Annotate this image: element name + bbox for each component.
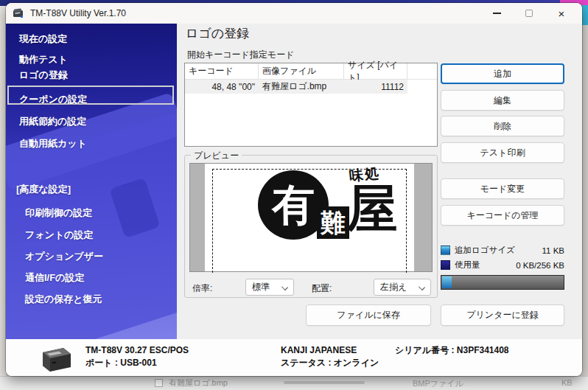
maximize-button[interactable] (513, 3, 545, 24)
background-file-size: KB (561, 378, 573, 387)
column-header-size[interactable]: サイズ [バイト] (344, 63, 407, 79)
sidebar: 現在の設定 動作テスト ロゴの登録 クーポンの設定 用紙節約の設定 自動用紙カッ… (6, 24, 177, 339)
scale-value: 標準 (252, 281, 270, 293)
cell-keycode: 48, 48 "00" (185, 80, 259, 94)
cell-image-file: 有難屋ロゴ.bmp (259, 80, 344, 94)
scale-label: 倍率: (192, 282, 212, 295)
minimize-button[interactable] (480, 3, 513, 24)
usage-value: 0 KB/256 KB (516, 261, 564, 270)
keycode-mode-label: 開始キーコード指定モード (187, 49, 294, 61)
capacity-bar-fill (442, 276, 452, 288)
preview-groupbox: プレビュー 有 難 屋 味処 倍率: 標準 配置: 左揃え (184, 155, 438, 298)
page-title: ロゴの登録 (186, 25, 249, 42)
sidebar-item-current-settings[interactable]: 現在の設定 (19, 32, 67, 46)
background-window-left-sliver (0, 6, 6, 376)
cell-size-bytes: 11112 (344, 80, 407, 94)
table-row[interactable]: 48, 48 "00" 有難屋ロゴ.bmp 11112 (185, 80, 437, 94)
printer-serial: シリアル番号 : N3PF341408 (395, 344, 509, 357)
chevron-down-icon (281, 284, 288, 290)
mode-change-button[interactable]: モード変更 (441, 178, 564, 199)
sidebar-item-auto-paper-cut[interactable]: 自動用紙カット (19, 137, 87, 150)
logo-char-third: 屋 (346, 183, 398, 234)
column-header-keycode[interactable]: キーコード (185, 63, 259, 79)
sidebar-item-save-restore[interactable]: 設定の保存と復元 (25, 293, 102, 306)
titlebar: TM-T88V Utility Ver.1.70 × (6, 3, 582, 24)
edit-button[interactable]: 編集 (441, 90, 564, 111)
sidebar-item-coupon-settings[interactable]: クーポンの設定 (19, 93, 87, 106)
preview-paper: 有 難 屋 味処 (205, 164, 414, 271)
app-window: TM-T88V Utility Ver.1.70 × 現在の設定 動作テスト ロ… (6, 3, 582, 376)
minimize-icon (493, 13, 501, 14)
test-print-button[interactable]: テスト印刷 (441, 142, 564, 163)
logo-table[interactable]: キーコード 画像ファイル サイズ [バイト] 48, 48 "00" 有難屋ロゴ… (184, 63, 438, 147)
background-file-row: 有難屋ロゴ.bmp (155, 377, 228, 389)
sidebar-item-logo-registration[interactable]: ロゴの登録 (19, 69, 68, 82)
background-window-bottom-sliver: 有難屋ロゴ.bmp BMPファイル KB (0, 376, 588, 390)
preview-group-label: プレビュー (191, 150, 242, 162)
scale-select[interactable]: 標準 (245, 279, 294, 296)
window-controls: × (480, 3, 578, 24)
sidebar-item-operation-test[interactable]: 動作テスト (19, 53, 68, 66)
add-button[interactable]: 追加 (441, 63, 564, 84)
maximize-icon (525, 10, 533, 17)
added-logo-size-legend: 追加ロゴサイズ 11 KB (441, 245, 564, 256)
align-value: 左揃え (380, 281, 407, 293)
preview-frame: 有 難 屋 味処 (189, 163, 433, 272)
usage-label: 使用量 (455, 260, 480, 271)
background-date-fragment (284, 381, 365, 384)
align-label: 配置: (312, 282, 332, 295)
printer-model: TM-T88V 30.27 ESC/POS (85, 344, 189, 357)
printer-status: ステータス : オンライン (281, 357, 379, 369)
chevron-down-icon (419, 284, 425, 290)
added-logo-label: 追加ロゴサイズ (455, 245, 515, 256)
align-select[interactable]: 左揃え (374, 279, 431, 296)
close-button[interactable]: × (545, 3, 578, 24)
close-icon: × (559, 8, 565, 19)
logo-corner-text: 味処 (349, 164, 381, 186)
added-logo-color-swatch-icon (441, 246, 450, 255)
printer-model-and-port: TM-T88V 30.27 ESC/POS ポート : USB-001 (85, 344, 189, 369)
printer-status-icon (37, 342, 75, 376)
printer-port: ポート : USB-001 (85, 357, 189, 369)
usage-legend: 使用量 0 KB/256 KB (441, 260, 564, 271)
delete-button[interactable]: 削除 (441, 116, 564, 136)
sidebar-item-paper-saving[interactable]: 用紙節約の設定 (19, 115, 86, 128)
sidebar-item-print-control[interactable]: 印刷制御の設定 (25, 206, 92, 220)
printer-encoding-and-status: KANJI JAPANESE ステータス : オンライン (281, 344, 379, 369)
logo-char-main: 有 (272, 184, 315, 226)
usage-color-swatch-icon (441, 260, 450, 270)
statusbar: TM-T88V 30.27 ESC/POS ポート : USB-001 KANJ… (6, 339, 582, 376)
capacity-bar (441, 275, 564, 290)
register-to-printer-button[interactable]: プリンターに登録 (441, 304, 564, 326)
logo-char-second: 難 (321, 210, 346, 235)
sidebar-item-communication-if[interactable]: 通信I/Fの設定 (25, 271, 84, 285)
column-header-empty (407, 63, 437, 79)
added-logo-value: 11 KB (542, 246, 564, 255)
background-file-name: 有難屋ロゴ.bmp (169, 377, 228, 389)
save-to-file-button[interactable]: ファイルに保存 (306, 304, 431, 326)
sidebar-advanced-header: [高度な設定] (16, 183, 71, 196)
background-file-type: BMPファイル (413, 378, 463, 389)
window-title: TM-T88V Utility Ver.1.70 (30, 8, 126, 18)
checkbox-icon (155, 379, 163, 387)
keycode-manage-button[interactable]: キーコードの管理 (441, 205, 564, 226)
logo-table-header: キーコード 画像ファイル サイズ [バイト] (185, 63, 437, 80)
printer-encoding: KANJI JAPANESE (281, 344, 379, 357)
logo-image: 難 (317, 206, 349, 239)
app-printer-icon (13, 8, 24, 18)
sidebar-item-font-settings[interactable]: フォントの設定 (25, 229, 94, 242)
column-header-image-file[interactable]: 画像ファイル (259, 63, 344, 79)
sidebar-item-option-buzzer[interactable]: オプションブザー (25, 250, 103, 263)
